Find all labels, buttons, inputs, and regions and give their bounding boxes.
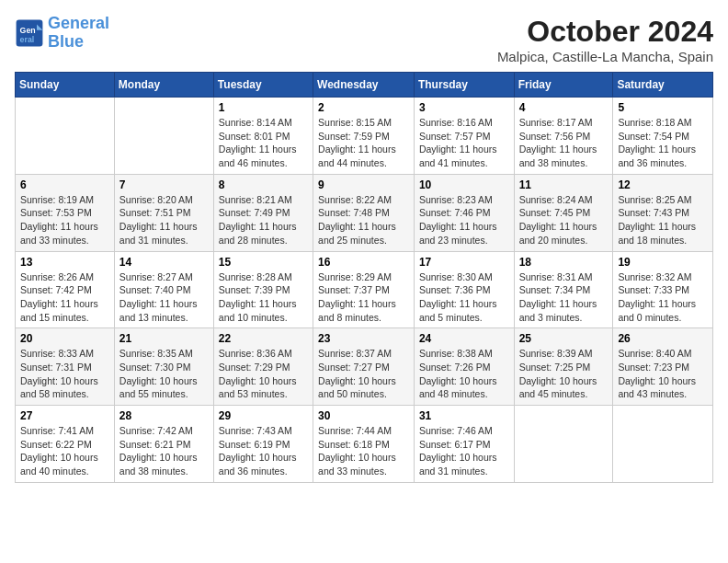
day-number: 28 (119, 409, 209, 422)
day-detail: Sunrise: 8:23 AM Sunset: 7:46 PM Dayligh… (419, 193, 509, 247)
day-number: 10 (419, 178, 509, 191)
calendar-week-row: 27Sunrise: 7:41 AM Sunset: 6:22 PM Dayli… (16, 406, 713, 483)
day-detail: Sunrise: 8:26 AM Sunset: 7:42 PM Dayligh… (20, 270, 109, 325)
calendar-cell: 10Sunrise: 8:23 AM Sunset: 7:46 PM Dayli… (414, 174, 514, 251)
day-detail: Sunrise: 8:15 AM Sunset: 7:59 PM Dayligh… (318, 116, 409, 170)
calendar-cell: 16Sunrise: 8:29 AM Sunset: 7:37 PM Dayli… (313, 251, 415, 328)
day-detail: Sunrise: 8:25 AM Sunset: 7:43 PM Dayligh… (618, 193, 708, 247)
calendar-header-row: SundayMondayTuesdayWednesdayThursdayFrid… (16, 73, 713, 98)
day-of-week-header: Friday (514, 73, 613, 98)
day-detail: Sunrise: 8:28 AM Sunset: 7:39 PM Dayligh… (219, 270, 308, 325)
title-block: October 2024 Malpica, Castille-La Mancha… (497, 15, 713, 64)
calendar-subtitle: Malpica, Castille-La Mancha, Spain (497, 49, 713, 64)
day-number: 27 (20, 409, 109, 422)
day-detail: Sunrise: 7:42 AM Sunset: 6:21 PM Dayligh… (119, 424, 209, 478)
day-detail: Sunrise: 8:37 AM Sunset: 7:27 PM Dayligh… (318, 347, 409, 401)
day-detail: Sunrise: 8:36 AM Sunset: 7:29 PM Dayligh… (219, 347, 308, 401)
day-number: 16 (318, 256, 409, 269)
day-number: 17 (419, 256, 509, 269)
day-of-week-header: Sunday (16, 73, 115, 98)
calendar-cell: 18Sunrise: 8:31 AM Sunset: 7:34 PM Dayli… (514, 251, 613, 328)
day-detail: Sunrise: 8:39 AM Sunset: 7:25 PM Dayligh… (519, 347, 609, 401)
calendar-cell: 13Sunrise: 8:26 AM Sunset: 7:42 PM Dayli… (16, 251, 115, 328)
day-detail: Sunrise: 8:17 AM Sunset: 7:56 PM Dayligh… (519, 116, 609, 170)
calendar-cell: 23Sunrise: 8:37 AM Sunset: 7:27 PM Dayli… (313, 328, 415, 406)
calendar-cell (514, 406, 613, 483)
day-detail: Sunrise: 7:41 AM Sunset: 6:22 PM Dayligh… (20, 424, 109, 478)
calendar-cell (16, 98, 115, 175)
day-detail: Sunrise: 8:27 AM Sunset: 7:40 PM Dayligh… (119, 270, 209, 325)
day-detail: Sunrise: 8:22 AM Sunset: 7:48 PM Dayligh… (318, 193, 409, 247)
day-number: 1 (219, 101, 308, 114)
calendar-cell: 2Sunrise: 8:15 AM Sunset: 7:59 PM Daylig… (313, 98, 415, 175)
calendar-cell: 4Sunrise: 8:17 AM Sunset: 7:56 PM Daylig… (514, 98, 613, 175)
calendar-cell: 19Sunrise: 8:32 AM Sunset: 7:33 PM Dayli… (613, 251, 713, 328)
day-detail: Sunrise: 8:16 AM Sunset: 7:57 PM Dayligh… (419, 116, 509, 170)
calendar-cell: 3Sunrise: 8:16 AM Sunset: 7:57 PM Daylig… (414, 98, 514, 175)
day-number: 31 (419, 409, 509, 422)
day-detail: Sunrise: 8:31 AM Sunset: 7:34 PM Dayligh… (519, 270, 609, 325)
calendar-cell: 31Sunrise: 7:46 AM Sunset: 6:17 PM Dayli… (414, 406, 514, 483)
calendar-cell: 24Sunrise: 8:38 AM Sunset: 7:26 PM Dayli… (414, 328, 514, 406)
day-number: 11 (519, 178, 609, 191)
day-number: 22 (219, 332, 308, 345)
day-of-week-header: Wednesday (313, 73, 415, 98)
day-of-week-header: Tuesday (213, 73, 313, 98)
calendar-cell: 14Sunrise: 8:27 AM Sunset: 7:40 PM Dayli… (114, 251, 213, 328)
day-of-week-header: Monday (114, 73, 213, 98)
day-number: 8 (219, 178, 308, 191)
calendar-cell: 12Sunrise: 8:25 AM Sunset: 7:43 PM Dayli… (613, 174, 713, 251)
page-header: Gen eral General Blue October 2024 Malpi… (15, 15, 713, 64)
day-detail: Sunrise: 8:32 AM Sunset: 7:33 PM Dayligh… (618, 270, 708, 325)
day-number: 15 (219, 256, 308, 269)
day-detail: Sunrise: 7:44 AM Sunset: 6:18 PM Dayligh… (318, 424, 409, 478)
day-number: 5 (618, 101, 708, 114)
calendar-cell: 9Sunrise: 8:22 AM Sunset: 7:48 PM Daylig… (313, 174, 415, 251)
calendar-cell: 15Sunrise: 8:28 AM Sunset: 7:39 PM Dayli… (213, 251, 313, 328)
day-detail: Sunrise: 8:21 AM Sunset: 7:49 PM Dayligh… (219, 193, 308, 247)
day-detail: Sunrise: 8:14 AM Sunset: 8:01 PM Dayligh… (219, 116, 308, 170)
day-number: 4 (519, 101, 609, 114)
day-number: 24 (419, 332, 509, 345)
day-number: 26 (618, 332, 708, 345)
calendar-cell: 11Sunrise: 8:24 AM Sunset: 7:45 PM Dayli… (514, 174, 613, 251)
logo-icon: Gen eral (15, 18, 44, 48)
day-number: 29 (219, 409, 308, 422)
day-number: 18 (519, 256, 609, 269)
calendar-cell: 7Sunrise: 8:20 AM Sunset: 7:51 PM Daylig… (114, 174, 213, 251)
calendar-cell: 6Sunrise: 8:19 AM Sunset: 7:53 PM Daylig… (16, 174, 115, 251)
day-of-week-header: Thursday (414, 73, 514, 98)
day-detail: Sunrise: 7:43 AM Sunset: 6:19 PM Dayligh… (219, 424, 308, 478)
svg-text:eral: eral (20, 34, 35, 43)
calendar-cell: 17Sunrise: 8:30 AM Sunset: 7:36 PM Dayli… (414, 251, 514, 328)
day-number: 2 (318, 101, 409, 114)
day-detail: Sunrise: 8:29 AM Sunset: 7:37 PM Dayligh… (318, 270, 409, 325)
calendar-cell: 27Sunrise: 7:41 AM Sunset: 6:22 PM Dayli… (16, 406, 115, 483)
day-number: 21 (119, 332, 209, 345)
day-number: 13 (20, 256, 109, 269)
calendar-table: SundayMondayTuesdayWednesdayThursdayFrid… (15, 72, 713, 483)
calendar-cell: 8Sunrise: 8:21 AM Sunset: 7:49 PM Daylig… (213, 174, 313, 251)
svg-text:Gen: Gen (20, 26, 36, 35)
logo-text: General Blue (48, 15, 109, 52)
calendar-week-row: 20Sunrise: 8:33 AM Sunset: 7:31 PM Dayli… (16, 328, 713, 406)
calendar-cell: 20Sunrise: 8:33 AM Sunset: 7:31 PM Dayli… (16, 328, 115, 406)
day-number: 12 (618, 178, 708, 191)
calendar-cell: 5Sunrise: 8:18 AM Sunset: 7:54 PM Daylig… (613, 98, 713, 175)
calendar-cell: 1Sunrise: 8:14 AM Sunset: 8:01 PM Daylig… (213, 98, 313, 175)
day-detail: Sunrise: 8:18 AM Sunset: 7:54 PM Dayligh… (618, 116, 708, 170)
calendar-cell: 25Sunrise: 8:39 AM Sunset: 7:25 PM Dayli… (514, 328, 613, 406)
day-number: 30 (318, 409, 409, 422)
calendar-cell: 21Sunrise: 8:35 AM Sunset: 7:30 PM Dayli… (114, 328, 213, 406)
calendar-week-row: 6Sunrise: 8:19 AM Sunset: 7:53 PM Daylig… (16, 174, 713, 251)
day-detail: Sunrise: 8:38 AM Sunset: 7:26 PM Dayligh… (419, 347, 509, 401)
day-number: 7 (119, 178, 209, 191)
day-number: 25 (519, 332, 609, 345)
day-number: 20 (20, 332, 109, 345)
calendar-title: October 2024 (497, 15, 713, 49)
day-detail: Sunrise: 8:35 AM Sunset: 7:30 PM Dayligh… (119, 347, 209, 401)
calendar-cell (613, 406, 713, 483)
day-of-week-header: Saturday (613, 73, 713, 98)
day-number: 14 (119, 256, 209, 269)
calendar-cell: 30Sunrise: 7:44 AM Sunset: 6:18 PM Dayli… (313, 406, 415, 483)
